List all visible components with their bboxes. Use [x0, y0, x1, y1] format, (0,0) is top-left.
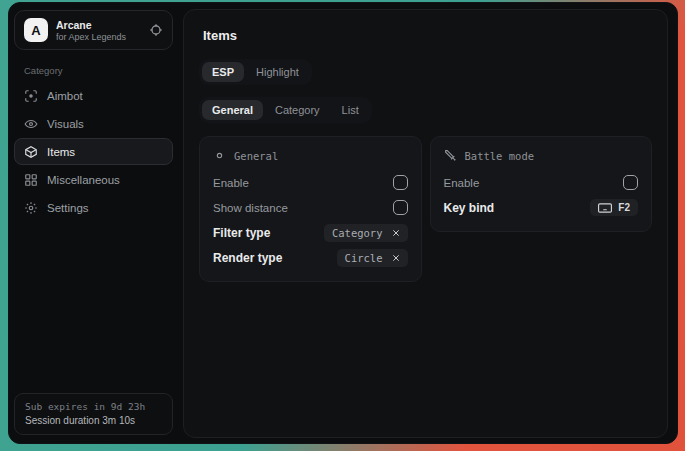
sidebar-item-label: Settings	[47, 202, 89, 214]
show-distance-checkbox[interactable]	[393, 200, 408, 215]
render-type-select[interactable]: Circle	[337, 249, 408, 267]
sidebar-item-visuals[interactable]: Visuals	[14, 110, 173, 137]
general-card-header: General	[213, 149, 408, 162]
items-package-icon	[24, 145, 38, 159]
setting-label: Enable	[213, 177, 249, 189]
arcane-window: A Arcane for Apex Legends Category	[8, 2, 678, 444]
page-title: Items	[203, 28, 652, 43]
app-subtitle: for Apex Legends	[56, 32, 126, 42]
sidebar-item-settings[interactable]: Settings	[14, 194, 173, 221]
tab-list[interactable]: List	[332, 100, 369, 120]
setting-row-filter-type: Filter type Category	[213, 220, 408, 245]
sub-expires-text: Sub expires in 9d 23h	[25, 401, 162, 412]
sidebar-item-label: Visuals	[47, 118, 84, 130]
close-icon[interactable]	[392, 229, 400, 237]
enable-checkbox[interactable]	[393, 175, 408, 190]
sidebar-item-label: Items	[47, 146, 75, 158]
sidebar-item-aimbot[interactable]: Aimbot	[14, 82, 173, 109]
sword-icon	[444, 149, 457, 162]
aimbot-crosshair-icon	[24, 89, 38, 103]
sidebar-item-label: Miscellaneous	[47, 174, 120, 186]
key-bind-value: F2	[618, 202, 630, 213]
general-card: General Enable Show distance Filter type…	[199, 136, 422, 282]
battle-mode-card: Battle mode Enable Key bind	[430, 136, 653, 232]
category-section-label: Category	[24, 65, 173, 76]
tab-category[interactable]: Category	[265, 100, 330, 120]
close-icon[interactable]	[392, 254, 400, 262]
battle-mode-card-title: Battle mode	[465, 150, 535, 162]
main-panel: Items ESP Highlight General Category Lis…	[183, 9, 668, 438]
app-header-card: A Arcane for Apex Legends	[14, 10, 173, 50]
mode-tabbar: ESP Highlight	[199, 59, 312, 85]
sidebar-nav: Aimbot Visuals	[14, 82, 173, 221]
sidebar-item-items[interactable]: Items	[14, 138, 173, 165]
setting-label: Filter type	[213, 226, 270, 240]
setting-label: Show distance	[213, 202, 288, 214]
key-bind-button[interactable]: F2	[590, 199, 638, 216]
battle-enable-checkbox[interactable]	[623, 175, 638, 190]
setting-row-key-bind: Key bind F2	[444, 195, 639, 220]
tab-general[interactable]: General	[202, 100, 263, 120]
keyboard-icon	[598, 203, 612, 213]
tab-highlight[interactable]: Highlight	[246, 62, 309, 82]
tab-esp[interactable]: ESP	[202, 62, 244, 82]
app-titles: Arcane for Apex Legends	[56, 19, 126, 42]
sidebar: A Arcane for Apex Legends Category	[9, 3, 179, 443]
filter-type-value: Category	[332, 227, 383, 239]
crosshair-icon[interactable]	[149, 23, 163, 37]
session-duration-text: Session duration 3m 10s	[25, 415, 162, 426]
subscription-info-card: Sub expires in 9d 23h Session duration 3…	[14, 393, 173, 435]
setting-row-render-type: Render type Circle	[213, 245, 408, 270]
misc-grid-icon	[24, 173, 38, 187]
setting-label: Enable	[444, 177, 480, 189]
app-name: Arcane	[56, 19, 126, 31]
filter-type-select[interactable]: Category	[324, 224, 408, 242]
sidebar-item-miscellaneous[interactable]: Miscellaneous	[14, 166, 173, 193]
sidebar-item-label: Aimbot	[47, 90, 83, 102]
settings-gear-icon	[24, 201, 38, 215]
render-type-value: Circle	[345, 252, 383, 264]
setting-row-battle-enable: Enable	[444, 170, 639, 195]
setting-label: Key bind	[444, 201, 495, 215]
general-card-title: General	[234, 150, 278, 162]
setting-row-show-distance: Show distance	[213, 195, 408, 220]
settings-cards-row: General Enable Show distance Filter type…	[199, 136, 652, 282]
view-tabbar: General Category List	[199, 97, 372, 123]
setting-label: Render type	[213, 251, 282, 265]
sun-dim-icon	[213, 149, 226, 162]
setting-row-enable: Enable	[213, 170, 408, 195]
visuals-eye-icon	[24, 117, 38, 131]
desktop-background: A Arcane for Apex Legends Category	[0, 0, 685, 451]
battle-mode-card-header: Battle mode	[444, 149, 639, 162]
app-logo: A	[24, 18, 48, 42]
